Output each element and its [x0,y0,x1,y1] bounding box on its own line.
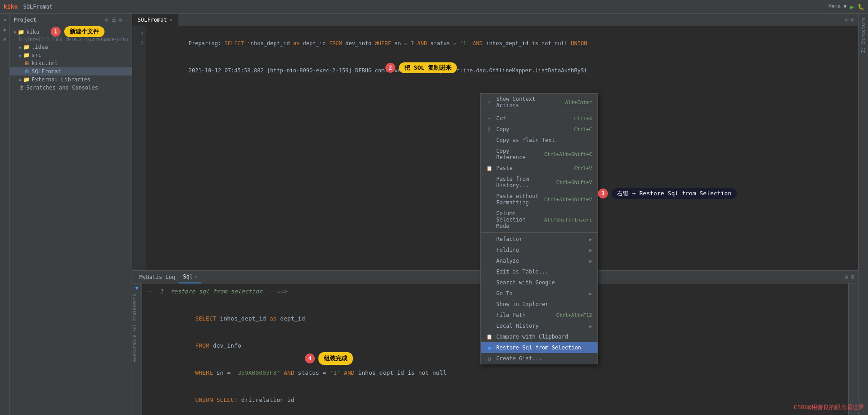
bottom-left-bar: ▼ executable sql statements [132,283,142,415]
project-tree: ▼ 📁 kiku 1 新建个文件 D:\IntelliJ IDEA 2019.3… [10,26,132,415]
annotation-1: 1 新建个文件 [51,26,104,37]
ann1-circle: 1 [51,27,61,37]
bottom-layout-icon[interactable]: ⊞ [851,274,854,280]
ann3-label: 右键 → Restore Sql from Selection [612,188,737,199]
tree-item-extlibs[interactable]: ▶ 📁 External Libraries [10,75,132,84]
filter-label-container: executable sql statements [132,293,142,363]
right-structure-panel: Z: Structure [858,14,868,415]
ann4-label: 组装完成 [318,352,353,365]
tab-sqlformat-label: SQLFromat [138,17,167,23]
title-bar-sqlformat[interactable]: SQLFromat [23,4,52,10]
tab-layout-icon[interactable]: ⊞ [851,17,854,23]
tab-close-icon[interactable]: ✕ [170,17,172,22]
ctx-copy-icon: ⎘ [486,127,493,132]
left-icons-strip: ≡ ◉ ⊞ [0,14,10,415]
panel-header-icons: ⚙ ☰ ⚙ − [105,17,128,23]
left-icon-3[interactable]: ⊞ [1,35,9,43]
tree-item-sqlformat[interactable]: 🗎 SQLFromat [10,67,132,75]
right-content: SQLFromat ✕ ⚙ ⊞ 1 2 Preparing: SELECT in… [132,14,858,415]
ctx-cut[interactable]: ✂ Cut Ctrl+X [481,113,598,124]
ann4-circle: 4 [305,354,315,363]
ctx-paste-history[interactable]: Paste from History... Ctrl+Shift+V [481,174,598,191]
ctx-analyze[interactable]: Analyze ▶ [481,255,598,266]
ctx-refactor[interactable]: Refactor ▶ [481,234,598,245]
panel-gear-icon[interactable]: ⚙ [119,17,122,23]
bottom-right-bar [848,283,858,415]
tab-mybatis-log[interactable]: MyBatis Log [136,271,179,283]
ctx-compare-icon: 📋 [486,334,493,340]
ctx-restore-icon: ● [486,345,493,351]
tab-sql-close[interactable]: ✕ [194,274,197,279]
annotation-2: 2 把 SQL 复制进来 [385,62,457,73]
ctx-copy[interactable]: ⎘ Copy Ctrl+C [481,124,598,135]
title-bar-main: Main ▼ [829,4,847,9]
ctx-file-path[interactable]: File Path Ctrl+Alt+F12 [481,310,598,321]
ctx-paste-noformat[interactable]: Paste without Formatting Ctrl+Alt+Shift+… [481,191,598,208]
title-bar: kiku SQLFromat Main ▼ ▶ 🐛 [0,0,868,14]
ctx-compare-clipboard[interactable]: 📋 Compare with Clipboard [481,331,598,342]
ctx-column-sel[interactable]: Column Selection Mode Alt+Shift+Insert [481,208,598,231]
code-union: UNION SELECT dri.relation_id [146,387,844,414]
main-layout: ≡ ◉ ⊞ Project ⚙ ☰ ⚙ − ▼ 📁 kiku 1 新建个文 [0,14,868,415]
ctx-copy-ref[interactable]: Copy Reference Ctrl+Alt+Shift+C [481,146,598,163]
ctx-goto[interactable]: Go To ▶ [481,288,598,299]
title-bar-right: Main ▼ ▶ 🐛 [829,3,864,10]
tree-item-kikuliml[interactable]: 🗎 kiku.iml [10,59,132,67]
annotation-4: 4 组装完成 [305,352,353,365]
tab-mybatis-label: MyBatis Log [139,274,175,280]
ann2-label: 把 SQL 复制进来 [399,62,457,73]
tree-item-root[interactable]: ▼ 📁 kiku 1 新建个文件 [10,28,132,36]
project-title: Project [14,17,105,23]
left-icon-2[interactable]: ◉ [1,25,9,33]
app-logo: kiku [4,3,18,10]
title-bar-left: kiku SQLFromat [4,3,52,10]
project-panel: Project ⚙ ☰ ⚙ − ▼ 📁 kiku 1 新建个文件 D: [10,14,132,415]
ctx-search-google[interactable]: Search with Google [481,277,598,288]
ctx-folding[interactable]: Folding ▶ [481,245,598,255]
tab-sql-label: Sql [183,274,193,280]
bottom-tab-icons: ⚙ ⊞ [844,274,854,280]
tree-item-idea[interactable]: ▶ 📁 .idea [10,43,132,51]
ctx-cut-icon: ✂ [486,116,493,122]
ctx-copy-plain[interactable]: Copy as Plain Text [481,135,598,146]
line-numbers: 1 2 [132,26,146,270]
tree-item-src[interactable]: ▶ 📁 src [10,51,132,59]
ctx-restore-sql[interactable]: ● Restore Sql from Selection [481,342,598,353]
ctx-sep-1 [481,112,598,112]
ctx-sep-2 [481,232,598,233]
tree-item-path: D:\IntelliJ IDEA 2019.3.4\workspace\kiku [10,36,132,43]
project-panel-header: Project ⚙ ☰ ⚙ − [10,14,132,26]
ctx-show-explorer[interactable]: Show in Explorer [481,299,598,310]
ctx-show-context[interactable]: ⚡ Show Context Actions Alt+Enter [481,94,598,111]
editor-area-wrapper: 1 2 Preparing: SELECT inhos_dept_id as d… [132,26,858,415]
tab-sqlformat[interactable]: SQLFromat ✕ [132,14,178,26]
ctx-paste-icon: 📋 [486,165,493,171]
watermark: CSDN@用善良的眼光看世界 [794,403,864,411]
ctx-edit-table[interactable]: Edit as Table... [481,266,598,277]
panel-settings-icon[interactable]: ⚙ [105,17,108,23]
run-icon[interactable]: ▶ [850,3,854,10]
ctx-gist-icon: ○ [486,356,493,362]
tree-item-scratches[interactable]: 🗎 Scratches and Consoles [10,84,132,92]
structure-label[interactable]: Z: Structure [860,17,866,53]
ctx-local-history[interactable]: Local History ▶ [481,321,598,331]
ann3-circle: 3 [598,189,608,198]
panel-minimize-icon[interactable]: − [125,17,128,23]
ann1-label: 新建个文件 [64,26,104,37]
tab-sql[interactable]: Sql ✕ [179,271,201,283]
bottom-settings-icon[interactable]: ⚙ [844,274,848,280]
filter-label: executable sql statements [132,294,137,362]
tab-settings-icon[interactable]: ⚙ [845,17,849,23]
tree-root-label: kiku [26,29,39,35]
ann2-circle: 2 [385,63,395,73]
annotation-3: 3 右键 → Restore Sql from Selection [598,188,737,199]
panel-layout-icon[interactable]: ☰ [111,17,116,23]
ctx-actions-icon: ⚡ [486,99,493,105]
ctx-create-gist[interactable]: ○ Create Gist... [481,353,598,364]
filter-icon[interactable]: ▼ [135,285,138,291]
ctx-paste[interactable]: 📋 Paste Ctrl+V [481,163,598,174]
debug-icon[interactable]: 🐛 [858,4,864,10]
left-icon-1[interactable]: ≡ [1,15,9,24]
editor-line-2: 2021-10-12 07:45:58.882 [http-nio-8090-e… [149,57,854,84]
editor-tabs: SQLFromat ✕ ⚙ ⊞ [132,14,858,26]
